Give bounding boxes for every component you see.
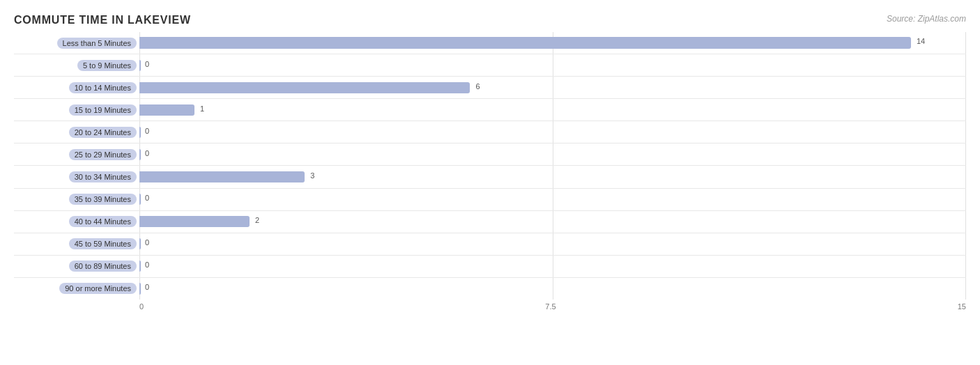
bar-value: 0 — [145, 149, 149, 157]
bar-label: 35 to 39 Minutes — [14, 194, 139, 205]
bar-label: 10 to 14 Minutes — [14, 82, 139, 93]
bar-track: 0 — [139, 145, 966, 164]
bar-track: 0 — [139, 56, 966, 75]
bar-fill: 14 — [139, 37, 911, 48]
bar-label: 25 to 29 Minutes — [14, 149, 139, 160]
bar-row: 90 or more Minutes0 — [14, 278, 966, 300]
bar-track: 0 — [139, 190, 966, 209]
bar-label: 20 to 24 Minutes — [14, 127, 139, 138]
bar-label: 40 to 44 Minutes — [14, 216, 139, 227]
bar-row: 40 to 44 Minutes2 — [14, 211, 966, 233]
source-label: Source: ZipAtlas.com — [887, 14, 966, 24]
bar-label-pill: Less than 5 Minutes — [57, 38, 137, 49]
bar-label-pill: 60 to 89 Minutes — [69, 261, 137, 272]
bar-fill: 0 — [139, 60, 141, 71]
x-axis-label: 0 — [139, 302, 144, 311]
bar-row: 25 to 29 Minutes0 — [14, 143, 966, 166]
bar-label: 15 to 19 Minutes — [14, 104, 139, 116]
bar-value: 0 — [145, 127, 149, 135]
bar-value: 0 — [145, 194, 149, 202]
bar-label-pill: 35 to 39 Minutes — [69, 194, 137, 205]
bar-track: 3 — [139, 167, 966, 186]
bar-label: 30 to 34 Minutes — [14, 171, 139, 182]
bar-value: 14 — [917, 37, 925, 45]
bar-fill: 0 — [139, 194, 141, 205]
chart-title: COMMUTE TIME IN LAKEVIEW — [14, 14, 966, 26]
bar-label: 90 or more Minutes — [14, 283, 139, 294]
bar-row: 45 to 59 Minutes0 — [14, 233, 966, 256]
bar-row: 60 to 89 Minutes0 — [14, 256, 966, 278]
bar-row: 30 to 34 Minutes3 — [14, 166, 966, 188]
bar-value: 0 — [145, 261, 149, 269]
bar-row: 10 to 14 Minutes6 — [14, 77, 966, 99]
bar-fill: 0 — [139, 283, 141, 294]
bar-label-pill: 90 or more Minutes — [59, 283, 137, 294]
x-axis: 07.515 — [139, 300, 966, 320]
bar-label-pill: 45 to 59 Minutes — [69, 238, 137, 249]
bar-label-pill: 30 to 34 Minutes — [69, 171, 137, 182]
bar-track: 1 — [139, 100, 966, 119]
bar-track: 14 — [139, 33, 966, 52]
bar-fill: 0 — [139, 238, 141, 249]
bar-label-pill: 20 to 24 Minutes — [69, 127, 137, 138]
bar-value: 6 — [475, 82, 480, 91]
bar-row: 15 to 19 Minutes1 — [14, 99, 966, 121]
bar-track: 0 — [139, 235, 966, 254]
bar-track: 6 — [139, 78, 966, 97]
bar-label-pill: 10 to 14 Minutes — [69, 82, 137, 93]
bar-label-pill: 15 to 19 Minutes — [69, 104, 137, 116]
bar-track: 0 — [139, 123, 966, 141]
bar-fill: 0 — [139, 261, 141, 272]
bar-track: 0 — [139, 279, 966, 298]
bar-row: 35 to 39 Minutes0 — [14, 189, 966, 211]
bar-row: 5 to 9 Minutes0 — [14, 54, 966, 77]
bar-row: Less than 5 Minutes14 — [14, 32, 966, 54]
bar-value: 2 — [255, 216, 259, 224]
x-axis-label: 7.5 — [545, 302, 556, 311]
bar-label: 5 to 9 Minutes — [14, 60, 139, 71]
bar-fill: 3 — [139, 171, 305, 182]
chart-container: COMMUTE TIME IN LAKEVIEW Source: ZipAtla… — [0, 0, 980, 365]
bar-value: 0 — [145, 60, 149, 68]
bar-value: 0 — [145, 238, 149, 247]
bar-row: 20 to 24 Minutes0 — [14, 121, 966, 143]
bars-wrapper: Less than 5 Minutes145 to 9 Minutes010 t… — [14, 32, 966, 300]
bar-fill: 0 — [139, 149, 141, 160]
bar-fill: 6 — [139, 82, 470, 93]
bar-label-pill: 5 to 9 Minutes — [77, 60, 137, 71]
bar-label: Less than 5 Minutes — [14, 38, 139, 49]
bar-fill: 2 — [139, 216, 250, 227]
bar-label-pill: 40 to 44 Minutes — [69, 216, 137, 227]
bar-fill: 1 — [139, 104, 194, 116]
bar-label: 60 to 89 Minutes — [14, 261, 139, 272]
bar-value: 0 — [145, 283, 149, 291]
bar-track: 0 — [139, 257, 966, 276]
chart-area: Less than 5 Minutes145 to 9 Minutes010 t… — [14, 32, 966, 320]
bar-track: 2 — [139, 212, 966, 231]
bar-label: 45 to 59 Minutes — [14, 238, 139, 249]
x-axis-label: 15 — [958, 302, 966, 311]
bar-value: 1 — [200, 104, 204, 113]
bar-value: 3 — [310, 171, 314, 180]
bar-label-pill: 25 to 29 Minutes — [69, 149, 137, 160]
bar-fill: 0 — [139, 127, 141, 138]
